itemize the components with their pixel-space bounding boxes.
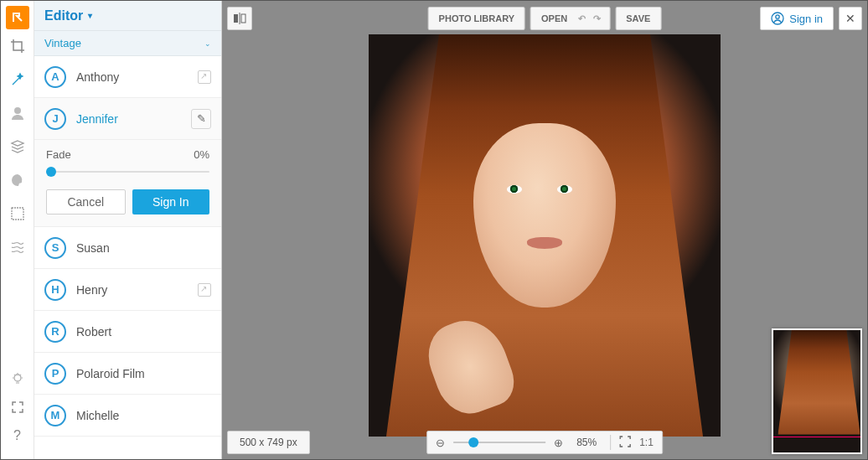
preset-item-robert[interactable]: R Robert xyxy=(34,311,221,353)
preset-label: Anthony xyxy=(76,70,119,84)
svg-point-0 xyxy=(14,107,21,114)
compare-toggle[interactable] xyxy=(227,7,252,30)
preset-badge: P xyxy=(44,363,66,385)
preset-badge: S xyxy=(44,237,66,259)
sign-in-button[interactable]: Sign In xyxy=(132,189,210,214)
navigator-thumbnail[interactable] xyxy=(772,328,862,454)
one-to-one-button[interactable]: 1:1 xyxy=(639,437,654,448)
preset-badge: A xyxy=(44,66,66,88)
layers-icon[interactable] xyxy=(6,135,29,158)
preset-item-michelle[interactable]: M Michelle xyxy=(34,395,221,437)
redo-icon: ↷ xyxy=(589,13,604,24)
preset-item-polaroid[interactable]: P Polaroid Film xyxy=(34,353,221,395)
preset-badge: M xyxy=(44,405,66,426)
chevron-down-icon: ⌄ xyxy=(204,39,211,48)
svg-point-7 xyxy=(776,15,779,18)
image-dimensions: 500 x 749 px xyxy=(227,431,310,454)
preset-label: Henry xyxy=(76,283,107,297)
cancel-button[interactable]: Cancel xyxy=(46,189,126,214)
panel-title[interactable]: Editor ▾ xyxy=(34,1,221,31)
zoom-percent: 85% xyxy=(571,437,602,448)
brush-icon[interactable]: ✎ xyxy=(191,109,211,129)
category-label: Vintage xyxy=(44,37,81,49)
lightbulb-icon[interactable] xyxy=(6,367,29,390)
undo-icon: ↶ xyxy=(574,13,589,24)
preset-badge: H xyxy=(44,279,66,301)
fade-slider[interactable] xyxy=(46,166,209,178)
fit-screen-icon[interactable] xyxy=(619,436,631,450)
zoom-controls: ⊖ ⊕ 85% 1:1 xyxy=(426,431,663,454)
fullscreen-icon[interactable] xyxy=(6,395,29,419)
popout-icon[interactable] xyxy=(198,283,211,297)
svg-rect-1 xyxy=(12,208,23,220)
help-icon[interactable]: ? xyxy=(6,424,29,447)
preset-label: Jennifer xyxy=(76,112,118,126)
sign-in-top-button[interactable]: Sign in xyxy=(760,7,834,30)
save-button[interactable]: SAVE xyxy=(615,7,661,30)
sign-in-top-label: Sign in xyxy=(789,13,823,25)
preset-badge: R xyxy=(44,321,66,343)
user-icon xyxy=(771,12,784,25)
zoom-slider[interactable] xyxy=(453,442,545,443)
svg-rect-3 xyxy=(234,14,238,23)
frame-icon[interactable] xyxy=(6,202,29,225)
open-label: OPEN xyxy=(541,13,567,23)
zoom-in-icon[interactable]: ⊕ xyxy=(554,437,563,449)
fade-label: Fade xyxy=(46,148,71,161)
svg-rect-4 xyxy=(241,14,245,23)
preset-item-henry[interactable]: H Henry xyxy=(34,269,221,311)
preset-label: Polaroid Film xyxy=(76,367,145,380)
crop-icon[interactable] xyxy=(6,34,29,58)
preset-options: Fade 0% Cancel Sign In xyxy=(34,140,221,227)
photo-library-button[interactable]: PHOTO LIBRARY xyxy=(428,7,525,30)
preset-label: Michelle xyxy=(76,409,119,422)
canvas-image[interactable] xyxy=(369,34,721,437)
app-logo[interactable] xyxy=(6,6,29,29)
close-button[interactable]: ✕ xyxy=(839,7,862,30)
preset-item-susan[interactable]: S Susan xyxy=(34,227,221,269)
category-dropdown[interactable]: Vintage ⌄ xyxy=(34,31,221,56)
chevron-down-icon: ▾ xyxy=(88,11,92,20)
svg-point-2 xyxy=(14,375,21,381)
palette-icon[interactable] xyxy=(6,168,29,192)
popout-icon[interactable] xyxy=(198,70,211,84)
texture-icon[interactable] xyxy=(6,235,29,259)
preset-badge: J xyxy=(44,108,66,130)
preset-item-anthony[interactable]: A Anthony xyxy=(34,56,221,98)
preset-label: Robert xyxy=(76,325,111,339)
preset-item-jennifer[interactable]: J Jennifer ✎ xyxy=(34,98,221,140)
app-title-text: Editor xyxy=(44,8,83,23)
fade-value: 0% xyxy=(194,148,209,161)
magic-wand-icon[interactable] xyxy=(6,68,29,91)
open-button[interactable]: OPEN ↶ ↷ xyxy=(530,7,610,30)
zoom-out-icon[interactable]: ⊖ xyxy=(436,437,445,449)
preset-label: Susan xyxy=(76,241,110,255)
portrait-icon[interactable] xyxy=(6,101,29,125)
